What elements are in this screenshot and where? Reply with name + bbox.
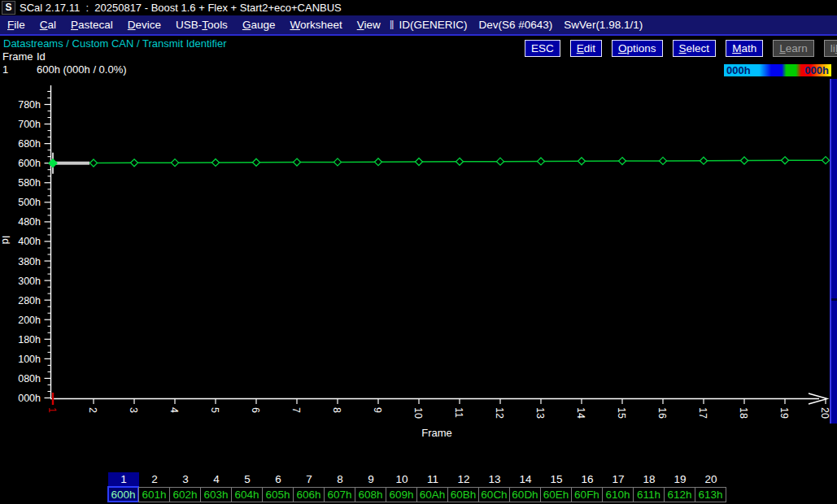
data-point[interactable] (90, 159, 98, 167)
table-header-20[interactable]: 20 (695, 472, 726, 487)
x-tick-label: 14 (575, 407, 586, 419)
table-cell-frame-14[interactable]: 60Dh (509, 487, 541, 502)
app-window: S SCal 2.17.11 : 20250817 - Boost 1.6 + … (0, 0, 837, 504)
data-point[interactable] (782, 157, 789, 164)
table-header-15[interactable]: 15 (541, 472, 572, 487)
y-tick-label: 700h (18, 119, 41, 130)
table-header-7[interactable]: 7 (294, 472, 325, 487)
selected-data-point[interactable] (49, 159, 57, 167)
data-point[interactable] (172, 159, 179, 167)
table-cell-frame-16[interactable]: 60Fh (571, 487, 603, 502)
table-column-4: 4603h (201, 472, 232, 502)
x-tick-label: 1 (46, 407, 58, 413)
id-vs-frame-chart[interactable]: 000h080h100h180h200h280h300h380h400h480h… (0, 0, 837, 455)
data-point[interactable] (294, 159, 301, 166)
x-tick-label: 2 (87, 407, 98, 413)
table-header-1[interactable]: 1 (108, 472, 139, 487)
data-point[interactable] (619, 158, 626, 165)
table-cell-frame-3[interactable]: 602h (169, 487, 201, 502)
y-tick-label: 080h (18, 373, 41, 385)
y-tick-label: 380h (18, 256, 41, 267)
data-point[interactable] (660, 157, 667, 164)
table-header-16[interactable]: 16 (572, 472, 603, 487)
vertical-scrollbar[interactable] (830, 79, 837, 424)
data-point[interactable] (212, 159, 220, 166)
table-cell-frame-15[interactable]: 60Eh (540, 487, 572, 502)
table-column-7: 7606h (294, 472, 325, 502)
table-header-19[interactable]: 19 (665, 472, 695, 487)
table-cell-frame-4[interactable]: 603h (200, 487, 232, 502)
table-column-9: 9608h (355, 472, 386, 502)
table-header-2[interactable]: 2 (139, 472, 170, 487)
table-cell-frame-17[interactable]: 610h (602, 487, 634, 502)
table-cell-frame-6[interactable]: 605h (262, 487, 294, 502)
table-cell-frame-2[interactable]: 601h (138, 487, 170, 502)
y-tick-label: 580h (18, 177, 41, 189)
table-header-11[interactable]: 11 (417, 472, 448, 487)
table-column-3: 3602h (170, 472, 201, 502)
table-cell-frame-12[interactable]: 60Bh (447, 487, 479, 502)
table-header-3[interactable]: 3 (170, 472, 201, 487)
data-point[interactable] (375, 159, 382, 166)
x-tick-label: 4 (168, 407, 180, 413)
table-column-19: 19612h (665, 472, 695, 502)
x-tick-label: 8 (331, 407, 342, 413)
x-tick-label: 19 (778, 407, 790, 419)
table-header-13[interactable]: 13 (479, 472, 510, 487)
y-tick-label: 100h (18, 354, 41, 365)
id-series-line (53, 160, 826, 163)
table-cell-frame-11[interactable]: 60Ah (416, 487, 448, 502)
table-column-5: 5604h (232, 472, 263, 502)
table-cell-frame-8[interactable]: 607h (324, 487, 355, 502)
table-header-4[interactable]: 4 (201, 472, 232, 487)
scrollbar-thumb-notch (831, 298, 837, 301)
y-tick-label: 180h (18, 334, 41, 345)
table-column-8: 8607h (325, 472, 355, 502)
y-tick-label: 000h (18, 393, 41, 404)
table-column-18: 18611h (634, 472, 665, 502)
data-point[interactable] (456, 158, 464, 165)
table-header-8[interactable]: 8 (325, 472, 355, 487)
y-tick-label: 480h (18, 216, 41, 228)
x-tick-label: 12 (494, 407, 505, 419)
data-point[interactable] (334, 159, 342, 166)
data-point[interactable] (741, 157, 748, 164)
table-header-18[interactable]: 18 (634, 472, 665, 487)
data-point[interactable] (497, 158, 504, 165)
x-axis-title: Frame (421, 427, 452, 439)
table-cell-frame-9[interactable]: 608h (355, 487, 386, 502)
data-point[interactable] (822, 157, 830, 164)
table-header-5[interactable]: 5 (232, 472, 263, 487)
frame-id-table: 1600h2601h3602h4603h5604h6605h7606h8607h… (108, 472, 726, 502)
table-column-10: 10609h (386, 472, 417, 502)
table-header-6[interactable]: 6 (263, 472, 294, 487)
table-cell-frame-20[interactable]: 613h (695, 487, 726, 502)
table-cell-frame-7[interactable]: 606h (293, 487, 325, 502)
data-point[interactable] (578, 158, 586, 165)
y-tick-label: 300h (18, 276, 41, 287)
y-tick-label: 680h (18, 138, 41, 150)
table-header-10[interactable]: 10 (386, 472, 417, 487)
cursor-horizontal-bar (54, 162, 89, 165)
table-header-12[interactable]: 12 (448, 472, 479, 487)
y-tick-label: 280h (18, 295, 41, 306)
data-point[interactable] (253, 159, 260, 166)
x-tick-label: 5 (209, 407, 220, 413)
table-header-9[interactable]: 9 (355, 472, 386, 487)
data-point[interactable] (538, 158, 545, 165)
table-cell-frame-19[interactable]: 612h (664, 487, 695, 502)
data-point[interactable] (416, 159, 423, 166)
table-cell-frame-1[interactable]: 600h (107, 486, 139, 502)
table-cell-frame-18[interactable]: 611h (633, 487, 665, 502)
table-header-17[interactable]: 17 (603, 472, 634, 487)
y-tick-label: 400h (18, 236, 41, 247)
table-header-14[interactable]: 14 (510, 472, 541, 487)
table-cell-frame-10[interactable]: 609h (386, 487, 417, 502)
data-point[interactable] (131, 159, 138, 167)
table-cell-frame-5[interactable]: 604h (231, 487, 263, 502)
data-point[interactable] (700, 157, 708, 164)
table-cell-frame-13[interactable]: 60Ch (478, 487, 510, 502)
x-tick-label: 10 (412, 407, 424, 419)
x-tick-label: 3 (128, 407, 139, 413)
table-column-13: 1360Ch (479, 472, 510, 502)
